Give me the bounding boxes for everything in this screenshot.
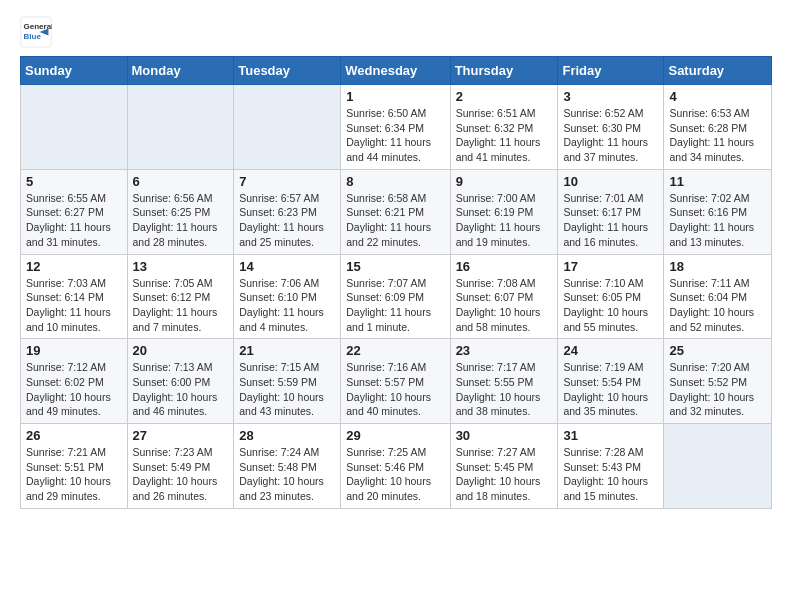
calendar-cell: 16Sunrise: 7:08 AM Sunset: 6:07 PM Dayli… [450, 254, 558, 339]
day-info: Sunrise: 7:03 AM Sunset: 6:14 PM Dayligh… [26, 276, 122, 335]
calendar-cell [21, 85, 128, 170]
calendar-cell: 28Sunrise: 7:24 AM Sunset: 5:48 PM Dayli… [234, 424, 341, 509]
day-info: Sunrise: 7:06 AM Sunset: 6:10 PM Dayligh… [239, 276, 335, 335]
day-info: Sunrise: 7:23 AM Sunset: 5:49 PM Dayligh… [133, 445, 229, 504]
day-info: Sunrise: 7:01 AM Sunset: 6:17 PM Dayligh… [563, 191, 658, 250]
day-info: Sunrise: 6:52 AM Sunset: 6:30 PM Dayligh… [563, 106, 658, 165]
calendar-cell: 27Sunrise: 7:23 AM Sunset: 5:49 PM Dayli… [127, 424, 234, 509]
calendar-cell: 11Sunrise: 7:02 AM Sunset: 6:16 PM Dayli… [664, 169, 772, 254]
day-number: 30 [456, 428, 553, 443]
day-info: Sunrise: 6:51 AM Sunset: 6:32 PM Dayligh… [456, 106, 553, 165]
day-number: 1 [346, 89, 444, 104]
calendar-cell [664, 424, 772, 509]
day-number: 26 [26, 428, 122, 443]
day-number: 29 [346, 428, 444, 443]
calendar-week-row: 12Sunrise: 7:03 AM Sunset: 6:14 PM Dayli… [21, 254, 772, 339]
day-info: Sunrise: 7:20 AM Sunset: 5:52 PM Dayligh… [669, 360, 766, 419]
day-info: Sunrise: 7:15 AM Sunset: 5:59 PM Dayligh… [239, 360, 335, 419]
calendar-header-saturday: Saturday [664, 57, 772, 85]
calendar-header-tuesday: Tuesday [234, 57, 341, 85]
day-number: 15 [346, 259, 444, 274]
day-info: Sunrise: 7:17 AM Sunset: 5:55 PM Dayligh… [456, 360, 553, 419]
calendar-cell: 1Sunrise: 6:50 AM Sunset: 6:34 PM Daylig… [341, 85, 450, 170]
day-number: 9 [456, 174, 553, 189]
day-number: 8 [346, 174, 444, 189]
day-number: 18 [669, 259, 766, 274]
day-info: Sunrise: 7:25 AM Sunset: 5:46 PM Dayligh… [346, 445, 444, 504]
day-info: Sunrise: 7:05 AM Sunset: 6:12 PM Dayligh… [133, 276, 229, 335]
day-info: Sunrise: 7:12 AM Sunset: 6:02 PM Dayligh… [26, 360, 122, 419]
calendar-cell: 29Sunrise: 7:25 AM Sunset: 5:46 PM Dayli… [341, 424, 450, 509]
day-number: 25 [669, 343, 766, 358]
day-info: Sunrise: 7:21 AM Sunset: 5:51 PM Dayligh… [26, 445, 122, 504]
day-info: Sunrise: 7:19 AM Sunset: 5:54 PM Dayligh… [563, 360, 658, 419]
day-number: 14 [239, 259, 335, 274]
day-number: 2 [456, 89, 553, 104]
day-number: 17 [563, 259, 658, 274]
calendar-week-row: 26Sunrise: 7:21 AM Sunset: 5:51 PM Dayli… [21, 424, 772, 509]
calendar-cell: 6Sunrise: 6:56 AM Sunset: 6:25 PM Daylig… [127, 169, 234, 254]
calendar-cell: 22Sunrise: 7:16 AM Sunset: 5:57 PM Dayli… [341, 339, 450, 424]
calendar-cell: 31Sunrise: 7:28 AM Sunset: 5:43 PM Dayli… [558, 424, 664, 509]
calendar-cell: 17Sunrise: 7:10 AM Sunset: 6:05 PM Dayli… [558, 254, 664, 339]
day-number: 4 [669, 89, 766, 104]
day-info: Sunrise: 7:10 AM Sunset: 6:05 PM Dayligh… [563, 276, 658, 335]
day-number: 3 [563, 89, 658, 104]
calendar-cell: 19Sunrise: 7:12 AM Sunset: 6:02 PM Dayli… [21, 339, 128, 424]
calendar-container: General Blue SundayMondayTuesdayWednesda… [0, 0, 792, 525]
day-info: Sunrise: 6:50 AM Sunset: 6:34 PM Dayligh… [346, 106, 444, 165]
calendar-cell: 9Sunrise: 7:00 AM Sunset: 6:19 PM Daylig… [450, 169, 558, 254]
day-info: Sunrise: 6:53 AM Sunset: 6:28 PM Dayligh… [669, 106, 766, 165]
calendar-header-thursday: Thursday [450, 57, 558, 85]
day-info: Sunrise: 6:55 AM Sunset: 6:27 PM Dayligh… [26, 191, 122, 250]
day-info: Sunrise: 6:56 AM Sunset: 6:25 PM Dayligh… [133, 191, 229, 250]
calendar-header-sunday: Sunday [21, 57, 128, 85]
day-info: Sunrise: 7:27 AM Sunset: 5:45 PM Dayligh… [456, 445, 553, 504]
day-number: 22 [346, 343, 444, 358]
day-number: 27 [133, 428, 229, 443]
day-number: 21 [239, 343, 335, 358]
calendar-cell: 18Sunrise: 7:11 AM Sunset: 6:04 PM Dayli… [664, 254, 772, 339]
day-number: 11 [669, 174, 766, 189]
day-number: 16 [456, 259, 553, 274]
calendar-header-wednesday: Wednesday [341, 57, 450, 85]
calendar-cell: 23Sunrise: 7:17 AM Sunset: 5:55 PM Dayli… [450, 339, 558, 424]
day-number: 31 [563, 428, 658, 443]
day-info: Sunrise: 7:00 AM Sunset: 6:19 PM Dayligh… [456, 191, 553, 250]
day-info: Sunrise: 7:11 AM Sunset: 6:04 PM Dayligh… [669, 276, 766, 335]
calendar-cell: 13Sunrise: 7:05 AM Sunset: 6:12 PM Dayli… [127, 254, 234, 339]
logo: General Blue [20, 16, 52, 48]
day-info: Sunrise: 6:58 AM Sunset: 6:21 PM Dayligh… [346, 191, 444, 250]
logo-icon: General Blue [20, 16, 52, 48]
day-number: 6 [133, 174, 229, 189]
day-number: 23 [456, 343, 553, 358]
day-number: 20 [133, 343, 229, 358]
calendar-table: SundayMondayTuesdayWednesdayThursdayFrid… [20, 56, 772, 509]
day-info: Sunrise: 7:28 AM Sunset: 5:43 PM Dayligh… [563, 445, 658, 504]
calendar-cell: 14Sunrise: 7:06 AM Sunset: 6:10 PM Dayli… [234, 254, 341, 339]
calendar-header-monday: Monday [127, 57, 234, 85]
calendar-cell [234, 85, 341, 170]
day-number: 13 [133, 259, 229, 274]
calendar-cell: 5Sunrise: 6:55 AM Sunset: 6:27 PM Daylig… [21, 169, 128, 254]
day-info: Sunrise: 7:07 AM Sunset: 6:09 PM Dayligh… [346, 276, 444, 335]
calendar-header-row: SundayMondayTuesdayWednesdayThursdayFrid… [21, 57, 772, 85]
svg-text:Blue: Blue [24, 32, 42, 41]
calendar-cell: 4Sunrise: 6:53 AM Sunset: 6:28 PM Daylig… [664, 85, 772, 170]
day-number: 19 [26, 343, 122, 358]
day-info: Sunrise: 7:13 AM Sunset: 6:00 PM Dayligh… [133, 360, 229, 419]
day-number: 7 [239, 174, 335, 189]
calendar-cell: 26Sunrise: 7:21 AM Sunset: 5:51 PM Dayli… [21, 424, 128, 509]
day-number: 5 [26, 174, 122, 189]
calendar-week-row: 5Sunrise: 6:55 AM Sunset: 6:27 PM Daylig… [21, 169, 772, 254]
day-number: 28 [239, 428, 335, 443]
day-info: Sunrise: 7:16 AM Sunset: 5:57 PM Dayligh… [346, 360, 444, 419]
calendar-week-row: 1Sunrise: 6:50 AM Sunset: 6:34 PM Daylig… [21, 85, 772, 170]
calendar-cell: 25Sunrise: 7:20 AM Sunset: 5:52 PM Dayli… [664, 339, 772, 424]
day-info: Sunrise: 7:08 AM Sunset: 6:07 PM Dayligh… [456, 276, 553, 335]
calendar-cell: 21Sunrise: 7:15 AM Sunset: 5:59 PM Dayli… [234, 339, 341, 424]
header: General Blue [20, 16, 772, 48]
day-info: Sunrise: 7:02 AM Sunset: 6:16 PM Dayligh… [669, 191, 766, 250]
calendar-header-friday: Friday [558, 57, 664, 85]
calendar-cell: 7Sunrise: 6:57 AM Sunset: 6:23 PM Daylig… [234, 169, 341, 254]
